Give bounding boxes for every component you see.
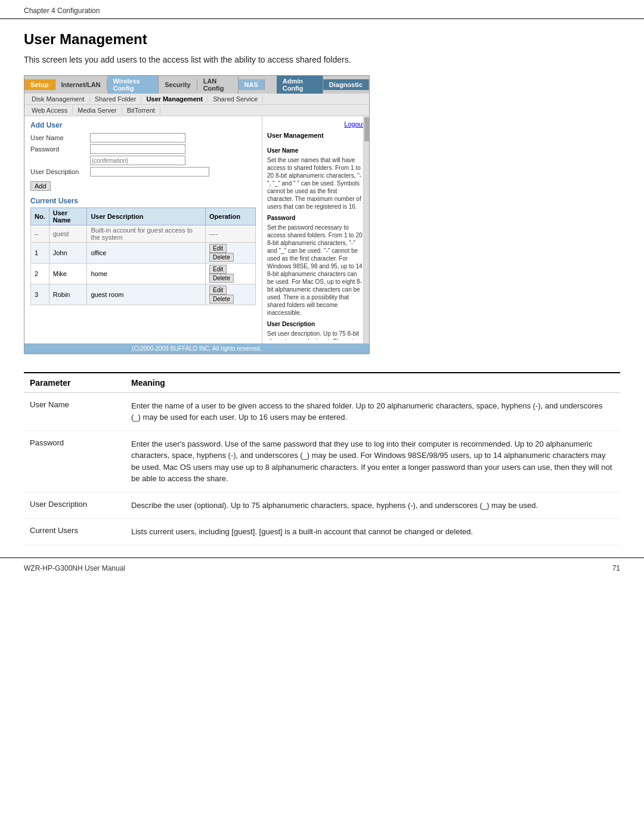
tab-admin-config[interactable]: Admin Config [277, 76, 323, 94]
nav-row1: Setup Internet/LAN Wireless Config Secur… [24, 76, 369, 94]
edit-button[interactable]: Edit [209, 286, 227, 295]
right-panel: Logout User Management User Name Set the… [262, 116, 369, 343]
chapter-label: Chapter 4 Configuration [24, 7, 100, 15]
meaning-col-header: Meaning [125, 373, 620, 393]
cell-operation: Edit Delete [206, 243, 256, 264]
delete-button[interactable]: Delete [209, 274, 234, 283]
param-name: Password [24, 431, 125, 492]
logout-link[interactable]: Logout [267, 120, 364, 129]
help-password-title: Password [267, 214, 364, 222]
cell-username: Robin [49, 284, 87, 305]
tab-diagnostic[interactable]: Diagnostic [323, 79, 369, 90]
cell-description: guest room [87, 284, 206, 305]
add-button-container: Add [30, 179, 256, 191]
page-footer: WZR-HP-G300NH User Manual 71 [0, 558, 644, 578]
help-userdesc-title: User Description [267, 320, 364, 329]
table-row: 1 John office Edit Delete [31, 243, 256, 264]
add-user-title: Add User [30, 121, 256, 129]
username-input[interactable] [90, 133, 185, 143]
tab-lan-config[interactable]: LAN Config [197, 76, 239, 94]
users-table: No. User Name User Description Operation… [30, 208, 256, 305]
param-name: User Description [24, 492, 125, 519]
cell-no: – [31, 225, 49, 243]
tab-media-server[interactable]: Media Server [73, 106, 122, 114]
password-label: Password [30, 145, 90, 153]
cell-operation: Edit Delete [206, 264, 256, 284]
cell-username: John [49, 243, 87, 264]
delete-button[interactable]: Delete [209, 253, 234, 262]
cell-description: home [87, 264, 206, 284]
password-input[interactable] [90, 144, 185, 154]
param-name: User Name [24, 392, 125, 431]
param-row: User NameEnter the name of a user to be … [24, 392, 620, 431]
tab-disk-management[interactable]: Disk Management [27, 95, 90, 103]
userdesc-row: User Description [30, 167, 256, 176]
tab-user-management[interactable]: User Management [141, 95, 208, 103]
userdesc-input[interactable] [90, 167, 209, 176]
table-row: – guest Built-in account for guest acces… [31, 225, 256, 243]
footer-bar: (C)2000-2009 BUFFALO INC. All rights res… [24, 343, 369, 354]
table-row: 2 Mike home Edit Delete [31, 264, 256, 284]
cell-username: Mike [49, 264, 87, 284]
param-header-row: Parameter Meaning [24, 373, 620, 393]
tab-setup[interactable]: Setup [24, 79, 55, 90]
tab-shared-service[interactable]: Shared Service [208, 95, 263, 103]
edit-button[interactable]: Edit [209, 244, 227, 253]
screenshot-frame: Setup Internet/LAN Wireless Config Secur… [24, 75, 370, 354]
col-username: User Name [49, 208, 87, 225]
main-content: User Management This screen lets you add… [0, 19, 644, 546]
screenshot-body: Add User User Name Password [24, 116, 369, 343]
table-row: 3 Robin guest room Edit Delete [31, 284, 256, 305]
userdesc-label: User Description [30, 168, 90, 175]
page-number: 71 [612, 564, 620, 572]
cell-operation: ---- [206, 225, 256, 243]
left-panel: Add User User Name Password [24, 116, 262, 343]
col-no: No. [31, 208, 49, 225]
cell-no: 1 [31, 243, 49, 264]
cell-username: guest [49, 225, 87, 243]
col-description: User Description [87, 208, 206, 225]
cell-operation: Edit Delete [206, 284, 256, 305]
delete-button[interactable]: Delete [209, 295, 234, 304]
tab-bittorrent[interactable]: BitTorrent [122, 106, 160, 114]
help-username-title: User Name [267, 147, 364, 155]
cell-no: 3 [31, 284, 49, 305]
nav-row3: Web Access Media Server BitTorrent [24, 105, 369, 116]
password-row1: Password [30, 144, 256, 154]
help-password-text: Set the password necessary to access sha… [267, 224, 364, 317]
param-meaning: Describe the user (optional). Up to 75 a… [125, 492, 620, 519]
param-meaning: Enter the user's password. Use of the sa… [125, 431, 620, 492]
nav-row2: Disk Management Shared Folder User Manag… [24, 94, 369, 105]
tab-nas[interactable]: NAS [239, 79, 265, 90]
page-description: This screen lets you add users to the ac… [24, 55, 620, 64]
tab-security[interactable]: Security [159, 79, 197, 90]
param-table: Parameter Meaning User NameEnter the nam… [24, 373, 620, 546]
scroll-indicator[interactable] [363, 116, 369, 343]
add-button[interactable]: Add [30, 181, 51, 191]
param-row: User DescriptionDescribe the user (optio… [24, 492, 620, 519]
param-name: Current Users [24, 519, 125, 546]
manual-label: WZR-HP-G300NH User Manual [24, 564, 125, 572]
username-row: User Name [30, 133, 256, 143]
param-meaning: Lists current users, including [guest]. … [125, 519, 620, 546]
edit-button[interactable]: Edit [209, 265, 227, 274]
tab-spacer [265, 83, 277, 86]
param-row: Current UsersLists current users, includ… [24, 519, 620, 546]
help-userdesc-text: Set user description. Up to 75 8-bit cha… [267, 330, 364, 340]
tab-internet-lan[interactable]: Internet/LAN [55, 79, 107, 90]
col-operation: Operation [206, 208, 256, 225]
table-header-row: No. User Name User Description Operation [31, 208, 256, 225]
password-confirm-input[interactable] [90, 156, 185, 165]
tab-wireless-config[interactable]: Wireless Config [107, 76, 159, 94]
param-col-header: Parameter [24, 373, 125, 393]
param-meaning: Enter the name of a user to be given acc… [125, 392, 620, 431]
page-header: Chapter 4 Configuration [0, 0, 644, 19]
right-panel-scroll: User Name Set the user names that will h… [267, 143, 364, 340]
help-username-text: Set the user names that will have access… [267, 156, 364, 210]
tab-shared-folder[interactable]: Shared Folder [90, 95, 142, 103]
cell-no: 2 [31, 264, 49, 284]
tab-web-access[interactable]: Web Access [27, 106, 73, 114]
password-row2 [30, 156, 256, 165]
param-row: PasswordEnter the user's password. Use o… [24, 431, 620, 492]
scroll-thumb [364, 117, 369, 141]
